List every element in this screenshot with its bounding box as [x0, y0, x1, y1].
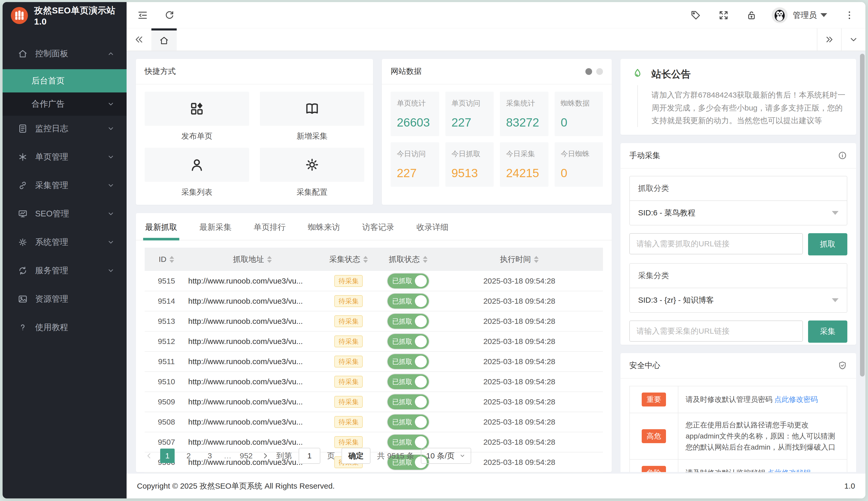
sidebar-item-0[interactable]: 控制面板 — [3, 41, 127, 67]
column-header-ID[interactable]: ID — [145, 248, 188, 271]
shortcuts-card: 快捷方式 发布单页新增采集采集列表采集配置 — [136, 59, 373, 205]
sidebar-item-5[interactable]: 采集管理 — [3, 172, 127, 198]
sidebar-item-3[interactable]: 监控日志 — [3, 116, 127, 141]
cell-id: 9514 — [145, 291, 188, 311]
collect-category-select[interactable]: SID:6 - 菜鸟教程 — [630, 201, 847, 225]
cell-collect-status: 待采集 — [316, 291, 381, 311]
fetch-status-toggle[interactable]: 已抓取 — [388, 334, 429, 349]
page-number-952[interactable]: 952 — [238, 449, 254, 463]
user-menu[interactable]: 管理员 — [772, 7, 827, 23]
sidebar-item-4[interactable]: 单页管理 — [3, 144, 127, 170]
security-row-2: 危险请及时修改默认监控秘钥 点此修改秘钥 — [630, 460, 847, 472]
sort-arrows-icon[interactable] — [267, 256, 272, 263]
table-tab-最新采集[interactable]: 最新采集 — [199, 213, 232, 240]
goto-page-input[interactable] — [299, 448, 320, 464]
column-header-执行时间[interactable]: 执行时间 — [436, 248, 603, 271]
fetch-status-toggle[interactable]: 已抓取 — [388, 294, 429, 309]
sidebar-item-9[interactable]: 资源管理 — [3, 286, 127, 312]
sidebar-item-7[interactable]: 系统管理 — [3, 229, 127, 255]
tabs-menu-button[interactable] — [841, 29, 865, 51]
tabbar — [127, 29, 865, 51]
selected-category: SID:3 - {zr} - 知识博客 — [638, 295, 714, 306]
sidebar-subitem-2[interactable]: 合作广告 — [3, 93, 127, 116]
collect-input-row: 抓取 — [629, 233, 847, 255]
shortcut-item-2[interactable]: 采集列表 — [145, 148, 249, 198]
table-header-row: ID抓取地址采集状态抓取状态执行时间 — [145, 248, 603, 271]
table-tab-最新抓取[interactable]: 最新抓取 — [145, 213, 178, 240]
menu-fold-icon[interactable] — [137, 10, 148, 21]
tabs-overflow-button[interactable] — [817, 29, 841, 51]
url-input-1[interactable] — [629, 320, 803, 342]
chevron-down-icon — [106, 238, 115, 247]
shortcut-item-3[interactable]: 采集配置 — [260, 148, 364, 198]
fullscreen-icon[interactable] — [718, 10, 729, 21]
toggle-knob — [415, 416, 427, 428]
tabbar-spacer — [177, 29, 817, 51]
fetch-status-toggle[interactable]: 已抓取 — [388, 415, 429, 429]
stat-value: 227 — [397, 166, 433, 180]
manual-collect-body: 抓取分类SID:6 - 菜鸟教程抓取采集分类SID:3 - {zr} - 知识博… — [621, 169, 856, 345]
column-header-抓取状态[interactable]: 抓取状态 — [381, 248, 436, 271]
unlock-icon[interactable] — [746, 10, 757, 21]
app-logo-row: 孜然SEO单页演示站1.0 — [3, 2, 127, 29]
info-icon[interactable] — [837, 151, 847, 160]
topbar-right: 管理员 — [674, 7, 855, 23]
tag-icon[interactable] — [690, 10, 701, 21]
column-header-采集状态[interactable]: 采集状态 — [316, 248, 381, 271]
cell-url: http://www.runoob.com/vue3/vu... — [188, 392, 317, 412]
per-page-select[interactable]: 10 条/页 — [421, 448, 471, 464]
page-number-2[interactable]: 2 — [181, 449, 196, 463]
goto-confirm-button[interactable]: 确定 — [341, 448, 370, 464]
page-number-3[interactable]: 3 — [202, 449, 217, 463]
gear-icon — [304, 157, 320, 173]
url-input-0[interactable] — [629, 233, 803, 254]
cell-collect-status: 待采集 — [316, 351, 381, 372]
fetch-status-toggle[interactable]: 已抓取 — [388, 394, 429, 409]
cell-time: 2025-03-18 09:54:28 — [436, 392, 603, 412]
refresh-icon[interactable] — [164, 10, 175, 21]
table-tab-蜘蛛来访[interactable]: 蜘蛛来访 — [307, 213, 340, 240]
select-caret-icon — [832, 298, 838, 302]
shortcut-item-1[interactable]: 新增采集 — [260, 92, 364, 141]
tabs-collapse-button[interactable] — [127, 29, 151, 51]
security-link[interactable]: 点此修改密码 — [774, 395, 818, 403]
table-tab-收录详细[interactable]: 收录详细 — [416, 213, 449, 240]
sidebar-subitem-1[interactable]: 后台首页 — [3, 69, 127, 93]
sort-arrows-icon[interactable] — [423, 256, 427, 263]
collect-button-0[interactable]: 抓取 — [808, 233, 847, 255]
version-text: 1.0 — [844, 482, 855, 490]
footer: Copyright © 2025 孜然SEO单页系统 All Rights Re… — [127, 473, 865, 498]
carousel-dot[interactable] — [596, 68, 603, 75]
fetch-status-toggle[interactable]: 已抓取 — [388, 374, 429, 389]
cell-collect-status: 待采集 — [316, 392, 381, 412]
next-page-icon[interactable] — [261, 451, 270, 460]
collect-category-select[interactable]: SID:3 - {zr} - 知识博客 — [630, 288, 847, 312]
collect-button-1[interactable]: 采集 — [808, 320, 847, 343]
prev-page-icon[interactable] — [145, 451, 154, 460]
sidebar-item-10[interactable]: 使用教程 — [3, 315, 127, 340]
table-tab-单页排行[interactable]: 单页排行 — [253, 213, 286, 240]
sort-arrows-icon[interactable] — [169, 256, 174, 263]
sidebar-item-label: 监控日志 — [35, 123, 106, 134]
sort-arrows-icon[interactable] — [363, 256, 368, 263]
sidebar-item-label: 合作广告 — [32, 98, 106, 110]
security-link[interactable]: 点此修改秘钥 — [767, 469, 811, 472]
fetch-status-toggle[interactable]: 已抓取 — [388, 314, 429, 329]
fetch-status-toggle[interactable]: 已抓取 — [388, 274, 429, 288]
carousel-dot-active[interactable] — [585, 68, 592, 75]
tab-home[interactable] — [151, 29, 177, 51]
column-header-抓取地址[interactable]: 抓取地址 — [188, 248, 317, 271]
table-tab-访客记录[interactable]: 访客记录 — [362, 213, 395, 240]
security-badge: 重要 — [642, 393, 666, 406]
shortcut-item-0[interactable]: 发布单页 — [145, 92, 249, 141]
scrollbar-thumb[interactable] — [860, 54, 865, 376]
data-table-card: 最新抓取最新采集单页排行蜘蛛来访访客记录收录详细 ID抓取地址采集状态抓取状态执… — [136, 213, 612, 472]
chevron-down-icon — [106, 124, 115, 133]
fetch-status-toggle[interactable]: 已抓取 — [388, 354, 429, 369]
sidebar-item-6[interactable]: SEO管理 — [3, 201, 127, 227]
manual-collect-card: 手动采集 抓取分类SID:6 - 菜鸟教程抓取采集分类SID:3 - {zr} … — [621, 143, 856, 345]
page-number-1[interactable]: 1 — [160, 449, 174, 463]
sidebar-item-8[interactable]: 服务管理 — [3, 258, 127, 284]
sort-arrows-icon[interactable] — [534, 256, 539, 263]
kebab-menu-icon[interactable] — [844, 10, 855, 21]
